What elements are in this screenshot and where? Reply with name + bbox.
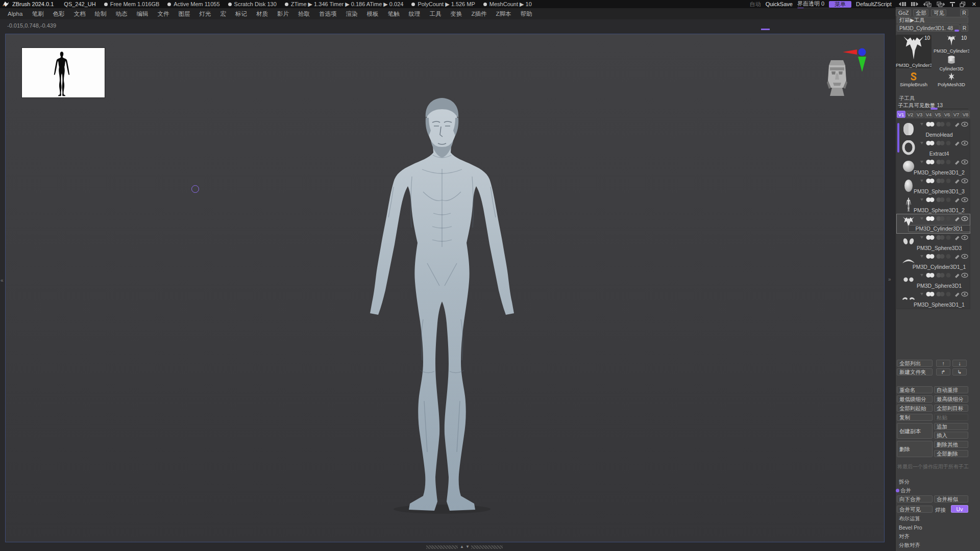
bevel-pro-section-header[interactable]: Bevel Pro	[899, 524, 922, 531]
split-section-header[interactable]: 拆分	[899, 479, 910, 486]
folder-up-button[interactable]: ↱	[936, 368, 950, 375]
ui-opacity-slider[interactable]: 界面透明 0	[797, 0, 824, 9]
all-to-target-button[interactable]: 全部到目标	[934, 405, 968, 412]
spread-align-section-header[interactable]: 分散对齐	[899, 542, 920, 549]
lowest-subdiv-button[interactable]: 最低级细分	[897, 395, 933, 403]
merge-down-button[interactable]: 向下合并	[897, 495, 933, 503]
goz-r-button[interactable]: R	[960, 9, 968, 16]
delete-all-button[interactable]: 全部删除	[934, 450, 968, 457]
merge-visible-button[interactable]: 合并可见	[897, 506, 933, 513]
subtool-row-icons[interactable]	[919, 235, 968, 240]
recent-tool-4[interactable]	[935, 72, 968, 81]
menu-dynamic[interactable]: 动态	[111, 9, 132, 19]
tab-v2[interactable]: V2	[906, 111, 915, 118]
reference-image-thumbnail[interactable]	[22, 48, 105, 97]
merge-section-header[interactable]: 合并	[900, 487, 911, 494]
restore-icon[interactable]	[960, 2, 966, 7]
subtool-visible-count-slider[interactable]: 子工具可见数量 13	[898, 102, 968, 109]
boolean-section-header[interactable]: 布尔运算	[899, 515, 920, 522]
menu-document[interactable]: 文档	[69, 9, 90, 19]
duplicate-button[interactable]: 创建副本	[897, 423, 933, 439]
menu-zscript[interactable]: Z脚本	[491, 9, 516, 19]
folder-down-button[interactable]: ↳	[952, 368, 967, 375]
recent-tool-3[interactable]	[896, 72, 932, 81]
menu-picker[interactable]: 拾取	[293, 9, 314, 19]
axis-gizmo[interactable]	[840, 45, 870, 76]
subtool-row[interactable]: PM3D_Sphere3D3	[897, 233, 970, 252]
recent-tool-1[interactable]: 10	[935, 35, 968, 47]
uv-button[interactable]: Uv	[951, 505, 968, 513]
sculpt-model[interactable]	[363, 95, 521, 518]
document-scroll-indicator[interactable]	[761, 29, 770, 30]
menu-file[interactable]: 文件	[153, 9, 174, 19]
tool-r-button[interactable]: R	[961, 24, 968, 32]
move-up-button[interactable]: ↑	[936, 360, 950, 367]
menu-stroke[interactable]: 笔触	[383, 9, 404, 19]
goz-visible-button[interactable]: 可见	[931, 9, 946, 16]
subtool-row-icons[interactable]	[919, 254, 968, 259]
subtool-row[interactable]: PM3D_Cylinder3D1_1	[897, 252, 970, 271]
subtool-row-icons[interactable]	[919, 178, 968, 184]
menu-button[interactable]: 菜单	[829, 1, 851, 8]
copy-button[interactable]: 复制	[897, 414, 933, 421]
menu-brush[interactable]: 笔刷	[27, 9, 48, 19]
menu-preferences[interactable]: 首选项	[314, 9, 341, 19]
highest-subdiv-button[interactable]: 最高级细分	[934, 395, 968, 403]
subtool-row-icons[interactable]	[919, 291, 968, 297]
palette-scroll-right-icon[interactable]	[911, 2, 919, 7]
right-tray-toggle[interactable]: »	[888, 277, 891, 282]
current-tool-thumbnail[interactable]: PM3D_Cylinder3 10	[896, 35, 932, 68]
subtool-row-icons[interactable]	[919, 197, 968, 203]
goz-all-button[interactable]: 全部	[913, 9, 928, 16]
menu-light[interactable]: 灯光	[194, 9, 215, 19]
tab-v6[interactable]: V6	[943, 111, 951, 118]
menu-tool[interactable]: 工具	[425, 9, 446, 19]
append-button[interactable]: 追加	[934, 423, 968, 430]
divider-handle[interactable]: ▲ ▼	[426, 545, 503, 549]
delete-button[interactable]: 删除	[897, 441, 933, 457]
list-all-button[interactable]: 全部列出	[897, 360, 933, 367]
tab-v1[interactable]: V1	[897, 111, 905, 118]
tab-v8[interactable]: V8	[961, 111, 970, 118]
subtool-row-icons[interactable]	[919, 272, 968, 278]
insert-button[interactable]: 插入	[934, 432, 968, 439]
menu-draw[interactable]: 绘制	[90, 9, 111, 19]
menu-help[interactable]: 帮助	[516, 9, 536, 19]
subtool-header[interactable]: 子工具	[899, 95, 915, 102]
tray-collapse-right-icon[interactable]	[936, 2, 945, 7]
menu-edit[interactable]: 编辑	[132, 9, 153, 19]
subtool-row[interactable]: DemoHead	[897, 120, 970, 139]
menu-material[interactable]: 材质	[252, 9, 273, 19]
tab-v5[interactable]: V5	[934, 111, 942, 118]
minimize-icon[interactable]	[949, 2, 955, 7]
subtool-row[interactable]: PM3D_Sphere3D1	[897, 271, 970, 290]
menu-zplugin[interactable]: Z插件	[467, 9, 491, 19]
tab-v4[interactable]: V4	[924, 111, 933, 118]
menu-transform[interactable]: 变换	[446, 9, 467, 19]
menu-macro[interactable]: 宏	[215, 9, 231, 19]
document-canvas[interactable]	[5, 34, 885, 542]
subtool-row-icons[interactable]	[919, 159, 968, 165]
menu-alpha[interactable]: Alpha	[3, 9, 27, 18]
menu-layer[interactable]: 图层	[174, 9, 194, 19]
rename-button[interactable]: 重命名	[897, 386, 933, 393]
menu-color[interactable]: 色彩	[48, 9, 69, 19]
menu-stencil[interactable]: 模板	[362, 9, 383, 19]
subtool-row-icons[interactable]	[919, 121, 968, 127]
move-down-button[interactable]: ↓	[952, 360, 967, 367]
quicksave-button[interactable]: QuickSave	[766, 1, 793, 7]
paste-button[interactable]: 粘贴	[934, 414, 968, 421]
close-icon[interactable]: ✕	[970, 1, 978, 8]
auto-reorder-button[interactable]: 自动重排	[934, 386, 968, 393]
subtool-row-icons[interactable]	[919, 140, 968, 146]
menu-marker[interactable]: 标记	[231, 9, 252, 19]
tray-collapse-left-icon[interactable]	[923, 2, 932, 7]
goz-button[interactable]: GoZ	[896, 9, 911, 16]
menu-render[interactable]: 渲染	[341, 9, 362, 19]
new-folder-button[interactable]: 新建文件夹	[897, 368, 933, 375]
all-to-start-button[interactable]: 全部到起始	[897, 405, 933, 412]
merge-similar-button[interactable]: 合并相似	[934, 495, 968, 503]
menu-texture[interactable]: 纹理	[404, 9, 425, 19]
tool-name-slider[interactable]: PM3D_Cylinder3D1. 48	[897, 24, 960, 32]
weld-button[interactable]: 焊接	[935, 507, 946, 514]
